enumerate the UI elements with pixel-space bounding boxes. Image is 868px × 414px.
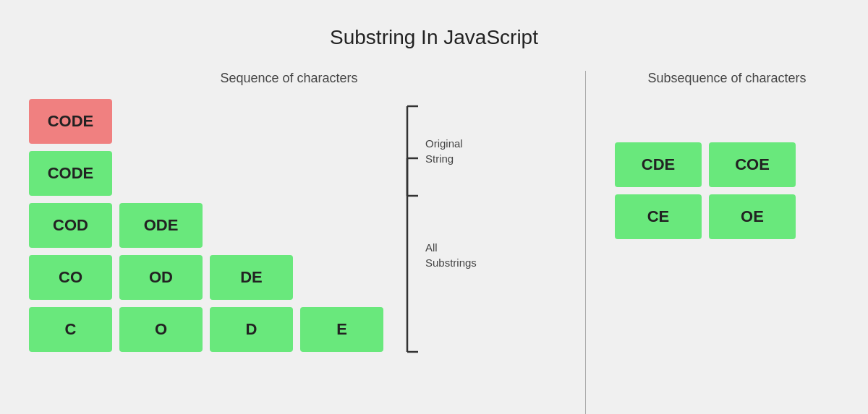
subseq-row-0: CDE COE [615, 142, 839, 187]
box-o: O [119, 307, 203, 352]
all-substrings-bracket-group: AllSubstrings [404, 151, 477, 359]
box-ode: ODE [119, 203, 203, 248]
box-de: DE [210, 255, 293, 300]
all-substrings-label: AllSubstrings [425, 240, 477, 270]
box-cde: CDE [615, 142, 702, 187]
row-3: CO OD DE [29, 255, 383, 300]
box-co: CO [29, 255, 112, 300]
box-c: C [29, 307, 112, 352]
section-divider [585, 71, 586, 414]
box-code-pink: CODE [29, 99, 112, 144]
box-od: OD [119, 255, 203, 300]
box-d: D [210, 307, 293, 352]
substring-grid: CODE CODE COD ODE CO OD DE [29, 99, 383, 352]
left-section: Sequence of characters CODE CODE COD ODE [0, 71, 578, 414]
page-title: Substring In JavaScript [330, 26, 538, 49]
box-coe: COE [709, 142, 796, 187]
row-0: CODE [29, 99, 383, 144]
box-e: E [300, 307, 383, 352]
sequence-title: Sequence of characters [29, 71, 549, 86]
subseq-row-1: CE OE [615, 194, 839, 239]
subsequence-title: Subsequence of characters [615, 71, 839, 86]
row-4: C O D E [29, 307, 383, 352]
box-cod: COD [29, 203, 112, 248]
box-code-green: CODE [29, 151, 112, 196]
box-oe: OE [709, 194, 796, 239]
row-2: COD ODE [29, 203, 383, 248]
right-section: Subsequence of characters CDE COE CE OE [593, 71, 868, 414]
subsequence-grid: CDE COE CE OE [615, 142, 839, 239]
row-1: CODE [29, 151, 383, 196]
allsubstrings-bracket-svg [404, 151, 425, 359]
box-ce: CE [615, 194, 702, 239]
